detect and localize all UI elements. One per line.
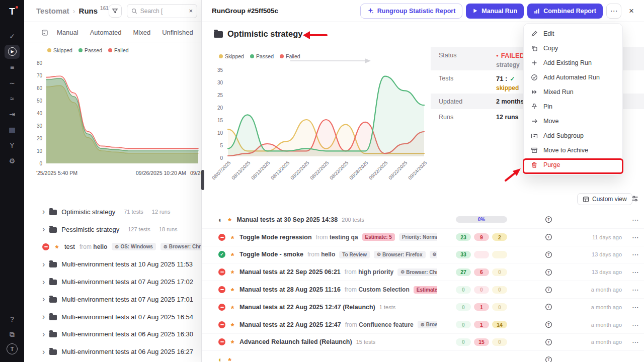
- row-more-button[interactable]: ⋯: [632, 321, 639, 329]
- chevron-right-icon[interactable]: ›: [42, 261, 45, 267]
- group-name[interactable]: Multi-environment tests at 06 Aug 2025 1…: [61, 330, 193, 338]
- analytics-icon[interactable]: ∼: [5, 76, 20, 90]
- menu-item-pin[interactable]: Pin: [524, 99, 622, 114]
- menu-item-add-automated-run[interactable]: Add Automated Run: [524, 70, 622, 84]
- run-row[interactable]: ◐*Manual tests at 30 Sep 2025 14:38200 t…: [202, 211, 644, 229]
- run-row[interactable]: ◐*T: [202, 351, 644, 362]
- public-report-icon[interactable]: T: [545, 356, 552, 362]
- breadcrumb-section[interactable]: Runs: [79, 7, 98, 15]
- tab-mixed[interactable]: Mixed: [133, 29, 151, 36]
- chevron-right-icon[interactable]: ›: [42, 226, 45, 232]
- import-icon[interactable]: ⇥: [5, 107, 20, 121]
- public-report-icon[interactable]: T: [545, 338, 552, 346]
- help-icon[interactable]: ?: [5, 312, 20, 326]
- run-row[interactable]: *Manual tests at 22 Aug 2025 12:47from C…: [202, 316, 644, 334]
- chevron-right-icon[interactable]: ›: [42, 331, 45, 337]
- menu-item-move-to-archive[interactable]: Move to Archive: [524, 143, 622, 157]
- row-more-button[interactable]: ⋯: [632, 303, 639, 311]
- search-clear-icon[interactable]: ×: [189, 7, 193, 15]
- chevron-right-icon[interactable]: ›: [42, 296, 45, 302]
- public-report-icon[interactable]: T: [545, 268, 552, 276]
- public-report-icon[interactable]: T: [545, 216, 552, 223]
- search-box[interactable]: ×: [127, 4, 197, 18]
- group-name[interactable]: Multi-environment tests at 07 Aug 2025 1…: [61, 313, 193, 321]
- scrollbar-thumb[interactable]: [201, 170, 204, 190]
- chevron-right-icon[interactable]: ›: [42, 349, 45, 355]
- menu-item-move[interactable]: Move: [524, 114, 622, 128]
- menu-item-copy[interactable]: Copy: [524, 41, 622, 55]
- menu-item-add-subgroup[interactable]: Add Subgroup: [524, 128, 622, 143]
- row-more-button[interactable]: ⋯: [632, 268, 639, 276]
- more-actions-button[interactable]: ⋯: [606, 4, 621, 19]
- run-row[interactable]: *Advanced Relaunch failed (Relaunch)15 t…: [202, 334, 644, 351]
- tasks-icon[interactable]: ✓: [5, 29, 20, 43]
- public-report-icon[interactable]: T: [545, 251, 552, 258]
- chevron-right-icon[interactable]: ›: [42, 279, 45, 285]
- run-row[interactable]: *Manual tests at 22 Aug 2025 12:47 (Rela…: [202, 299, 644, 316]
- run-row[interactable]: *Toggle Mode regressionfrom testing qaEs…: [202, 229, 644, 246]
- profile-icon[interactable]: T: [7, 343, 18, 354]
- group-name[interactable]: Pessimistic strategy: [61, 226, 119, 233]
- run-group-row[interactable]: ›Multi-environment tests at 07 Aug 2025 …: [24, 291, 201, 308]
- manual-run-button[interactable]: Manual Run: [466, 4, 524, 19]
- menu-item-add-existing-run[interactable]: Add Existing Run: [524, 55, 622, 70]
- public-report-icon[interactable]: T: [545, 321, 552, 328]
- run-title[interactable]: Toggle Mode regression: [239, 234, 312, 241]
- group-name[interactable]: Multi-environment tests at 06 Aug 2025 1…: [61, 348, 193, 355]
- board-icon[interactable]: ▦: [5, 123, 20, 137]
- runs-icon[interactable]: ▶: [5, 45, 20, 59]
- chevron-right-icon[interactable]: ›: [42, 209, 45, 215]
- sliders-icon[interactable]: [631, 195, 638, 204]
- docs-icon[interactable]: ⧉: [5, 328, 20, 342]
- group-name[interactable]: Multi-environment tests at 07 Aug 2025 1…: [61, 296, 193, 303]
- run-title[interactable]: Advanced Relaunch failed (Relaunch): [239, 338, 352, 345]
- run-row[interactable]: ✓*Toggle Mode - smokefrom helloTo Review…: [202, 246, 644, 264]
- plans-icon[interactable]: ≡: [5, 60, 20, 74]
- group-name[interactable]: Optimistic strategy: [61, 208, 115, 216]
- row-more-button[interactable]: ⋯: [632, 338, 639, 346]
- rungroup-statistic-report-button[interactable]: Rungroup Statistic Report: [360, 4, 463, 19]
- row-more-button[interactable]: ⋯: [632, 233, 639, 241]
- run-group-row[interactable]: ›Pessimistic strategy127 tests18 runs: [24, 221, 201, 238]
- filter-button[interactable]: [109, 5, 122, 18]
- run-group-row[interactable]: ›Multi-environment tests at 07 Aug 2025 …: [24, 273, 201, 291]
- branch-icon[interactable]: Y: [5, 138, 20, 152]
- run-title[interactable]: Manual tests at 22 Aug 2025 12:47 (Relau…: [239, 304, 375, 311]
- combined-report-button[interactable]: Combined Report: [527, 4, 603, 19]
- tab-automated[interactable]: Automated: [90, 29, 122, 36]
- settings-gear-icon[interactable]: ⚙: [5, 154, 20, 168]
- testomat-logo[interactable]: T: [9, 6, 15, 17]
- run-title[interactable]: Manual tests at 22 Sep 2025 06:21: [239, 268, 341, 276]
- run-title[interactable]: Manual tests at 28 Aug 2025 11:16: [239, 286, 341, 293]
- tab-manual[interactable]: Manual: [57, 29, 78, 36]
- pulse-icon[interactable]: ≈: [5, 92, 20, 106]
- row-more-button[interactable]: ⋯: [632, 250, 639, 258]
- menu-item-purge[interactable]: Purge: [524, 157, 622, 172]
- run-row[interactable]: *Manual tests at 28 Aug 2025 11:16from C…: [202, 281, 644, 299]
- search-input[interactable]: [140, 8, 186, 15]
- run-title[interactable]: Toggle Mode - smoke: [239, 251, 303, 258]
- breadcrumb-app[interactable]: Testomat: [36, 7, 69, 15]
- run-title[interactable]: Manual tests at 30 Sep 2025 14:38: [236, 216, 338, 223]
- run-group-row[interactable]: ›Multi-environment tests at 10 Aug 2025 …: [24, 255, 201, 273]
- custom-view-button[interactable]: Custom view: [577, 193, 632, 205]
- chevron-right-icon[interactable]: ›: [42, 314, 45, 320]
- public-report-icon[interactable]: T: [545, 233, 552, 241]
- run-group-row[interactable]: ›Multi-environment tests at 06 Aug 2025 …: [24, 343, 201, 360]
- menu-item-mixed-run[interactable]: Mixed Run: [524, 84, 622, 99]
- run-title[interactable]: Manual tests at 22 Aug 2025 12:47: [239, 321, 341, 328]
- row-more-button[interactable]: ⋯: [632, 216, 639, 224]
- public-report-icon[interactable]: T: [545, 303, 552, 311]
- close-panel-button[interactable]: ×: [625, 5, 638, 18]
- group-name[interactable]: test: [64, 243, 75, 250]
- tab-unfinished[interactable]: Unfinished: [162, 29, 193, 36]
- run-group-row[interactable]: *testfrom hello⚙OS: Windows⚙Browser: Chr…: [24, 238, 201, 256]
- group-name[interactable]: Multi-environment tests at 10 Aug 2025 1…: [61, 260, 193, 268]
- row-more-button[interactable]: ⋯: [632, 286, 639, 294]
- public-report-icon[interactable]: T: [545, 286, 552, 294]
- run-group-row[interactable]: ›Multi-environment tests at 06 Aug 2025 …: [24, 326, 201, 343]
- run-group-row[interactable]: ›Multi-environment tests at 07 Aug 2025 …: [24, 308, 201, 326]
- group-name[interactable]: Multi-environment tests at 07 Aug 2025 1…: [61, 278, 193, 286]
- run-group-row[interactable]: ›Optimistic strategy71 tests12 runs: [24, 203, 201, 221]
- run-row[interactable]: *Manual tests at 22 Sep 2025 06:21from h…: [202, 263, 644, 281]
